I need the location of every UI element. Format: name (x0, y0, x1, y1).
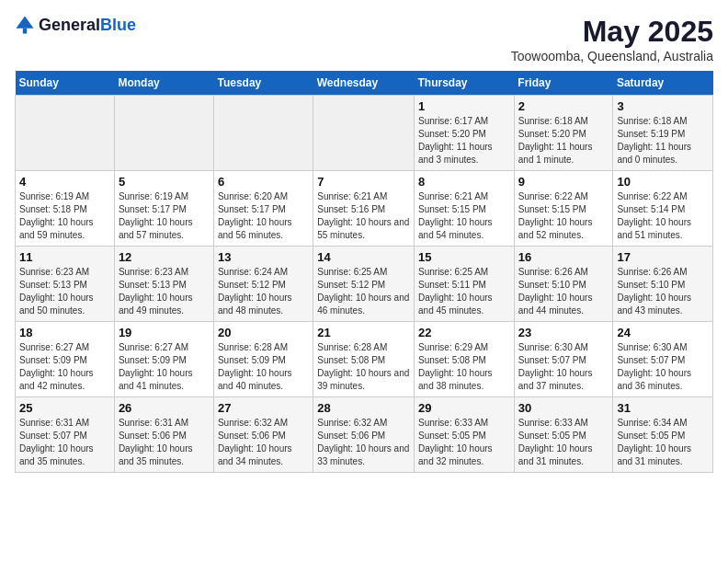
day-number: 4 (19, 175, 110, 189)
main-title: May 2025 (511, 15, 713, 49)
calendar-cell-4-3: 20Sunrise: 6:28 AM Sunset: 5:09 PM Dayli… (213, 322, 313, 397)
calendar-cell-5-3: 27Sunrise: 6:32 AM Sunset: 5:06 PM Dayli… (213, 397, 313, 473)
logo-blue: Blue (100, 16, 136, 34)
week-row-3: 11Sunrise: 6:23 AM Sunset: 5:13 PM Dayli… (16, 247, 713, 322)
calendar-cell-2-6: 9Sunrise: 6:22 AM Sunset: 5:15 PM Daylig… (514, 171, 613, 247)
calendar-body: 1Sunrise: 6:17 AM Sunset: 5:20 PM Daylig… (16, 96, 713, 473)
day-number: 21 (317, 326, 410, 339)
day-info: Sunrise: 6:20 AM Sunset: 5:17 PM Dayligh… (218, 190, 309, 242)
calendar-cell-2-5: 8Sunrise: 6:21 AM Sunset: 5:15 PM Daylig… (415, 171, 515, 247)
day-number: 1 (418, 99, 510, 113)
calendar-cell-5-4: 28Sunrise: 6:32 AM Sunset: 5:06 PM Dayli… (313, 397, 415, 473)
day-info: Sunrise: 6:28 AM Sunset: 5:09 PM Dayligh… (218, 341, 309, 393)
calendar-cell-3-7: 17Sunrise: 6:26 AM Sunset: 5:10 PM Dayli… (613, 247, 713, 322)
day-number: 28 (317, 401, 410, 415)
day-info: Sunrise: 6:33 AM Sunset: 5:05 PM Dayligh… (418, 417, 510, 468)
day-number: 2 (518, 99, 609, 113)
svg-marker-0 (16, 16, 33, 28)
day-info: Sunrise: 6:26 AM Sunset: 5:10 PM Dayligh… (518, 266, 609, 317)
calendar-cell-2-3: 6Sunrise: 6:20 AM Sunset: 5:17 PM Daylig… (213, 171, 313, 247)
header: GeneralBlue May 2025 Toowoomba, Queensla… (15, 15, 713, 63)
day-info: Sunrise: 6:18 AM Sunset: 5:20 PM Dayligh… (518, 115, 609, 167)
day-number: 7 (317, 175, 410, 189)
svg-rect-1 (23, 29, 27, 34)
day-info: Sunrise: 6:30 AM Sunset: 5:07 PM Dayligh… (617, 341, 709, 393)
day-info: Sunrise: 6:25 AM Sunset: 5:11 PM Dayligh… (418, 266, 510, 317)
calendar-cell-3-1: 11Sunrise: 6:23 AM Sunset: 5:13 PM Dayli… (16, 247, 115, 322)
calendar-cell-4-2: 19Sunrise: 6:27 AM Sunset: 5:09 PM Dayli… (114, 322, 213, 397)
day-number: 23 (518, 326, 609, 339)
calendar-cell-1-7: 3Sunrise: 6:18 AM Sunset: 5:19 PM Daylig… (613, 96, 713, 171)
day-info: Sunrise: 6:22 AM Sunset: 5:14 PM Dayligh… (617, 190, 709, 242)
day-info: Sunrise: 6:17 AM Sunset: 5:20 PM Dayligh… (418, 115, 510, 167)
week-row-1: 1Sunrise: 6:17 AM Sunset: 5:20 PM Daylig… (16, 96, 713, 171)
title-area: May 2025 Toowoomba, Queensland, Australi… (511, 15, 713, 63)
day-number: 26 (119, 401, 210, 415)
calendar-cell-3-2: 12Sunrise: 6:23 AM Sunset: 5:13 PM Dayli… (114, 247, 213, 322)
calendar-cell-3-5: 15Sunrise: 6:25 AM Sunset: 5:11 PM Dayli… (415, 247, 515, 322)
day-number: 10 (617, 175, 709, 189)
calendar-cell-4-5: 22Sunrise: 6:29 AM Sunset: 5:08 PM Dayli… (415, 322, 515, 397)
day-number: 27 (218, 401, 309, 415)
col-header-monday: Monday (114, 71, 213, 96)
calendar-cell-1-2 (114, 96, 213, 171)
day-info: Sunrise: 6:32 AM Sunset: 5:06 PM Dayligh… (317, 417, 410, 468)
day-number: 16 (518, 250, 609, 264)
day-number: 29 (418, 401, 510, 415)
col-header-sunday: Sunday (16, 71, 115, 96)
day-info: Sunrise: 6:24 AM Sunset: 5:12 PM Dayligh… (218, 266, 309, 317)
day-number: 18 (19, 326, 110, 339)
day-number: 30 (518, 401, 609, 415)
day-info: Sunrise: 6:34 AM Sunset: 5:05 PM Dayligh… (617, 417, 709, 468)
calendar-cell-1-4 (313, 96, 415, 171)
calendar-cell-4-6: 23Sunrise: 6:30 AM Sunset: 5:07 PM Dayli… (514, 322, 613, 397)
day-info: Sunrise: 6:30 AM Sunset: 5:07 PM Dayligh… (518, 341, 609, 393)
calendar-cell-1-3 (213, 96, 313, 171)
day-info: Sunrise: 6:21 AM Sunset: 5:15 PM Dayligh… (418, 190, 510, 242)
day-number: 20 (218, 326, 309, 339)
day-number: 22 (418, 326, 510, 339)
day-number: 14 (317, 250, 410, 264)
calendar-cell-5-6: 30Sunrise: 6:33 AM Sunset: 5:05 PM Dayli… (514, 397, 613, 473)
calendar-cell-5-1: 25Sunrise: 6:31 AM Sunset: 5:07 PM Dayli… (16, 397, 115, 473)
day-info: Sunrise: 6:28 AM Sunset: 5:08 PM Dayligh… (317, 341, 410, 393)
day-number: 6 (218, 175, 309, 189)
day-info: Sunrise: 6:32 AM Sunset: 5:06 PM Dayligh… (218, 417, 309, 468)
day-number: 17 (617, 250, 709, 264)
calendar-cell-4-4: 21Sunrise: 6:28 AM Sunset: 5:08 PM Dayli… (313, 322, 415, 397)
calendar-cell-2-4: 7Sunrise: 6:21 AM Sunset: 5:16 PM Daylig… (313, 171, 415, 247)
calendar-cell-3-6: 16Sunrise: 6:26 AM Sunset: 5:10 PM Dayli… (514, 247, 613, 322)
calendar-cell-3-4: 14Sunrise: 6:25 AM Sunset: 5:12 PM Dayli… (313, 247, 415, 322)
day-info: Sunrise: 6:22 AM Sunset: 5:15 PM Dayligh… (518, 190, 609, 242)
day-number: 31 (617, 401, 709, 415)
week-row-5: 25Sunrise: 6:31 AM Sunset: 5:07 PM Dayli… (16, 397, 713, 473)
day-number: 3 (617, 99, 709, 113)
day-info: Sunrise: 6:19 AM Sunset: 5:18 PM Dayligh… (19, 190, 110, 242)
week-row-2: 4Sunrise: 6:19 AM Sunset: 5:18 PM Daylig… (16, 171, 713, 247)
calendar-table: SundayMondayTuesdayWednesdayThursdayFrid… (15, 71, 713, 473)
calendar-cell-5-7: 31Sunrise: 6:34 AM Sunset: 5:05 PM Dayli… (613, 397, 713, 473)
calendar-cell-1-1 (16, 96, 115, 171)
col-header-friday: Friday (514, 71, 613, 96)
logo-text: GeneralBlue (39, 16, 136, 35)
day-number: 25 (19, 401, 110, 415)
day-info: Sunrise: 6:23 AM Sunset: 5:13 PM Dayligh… (19, 266, 110, 317)
calendar-cell-4-7: 24Sunrise: 6:30 AM Sunset: 5:07 PM Dayli… (613, 322, 713, 397)
calendar-cell-2-7: 10Sunrise: 6:22 AM Sunset: 5:14 PM Dayli… (613, 171, 713, 247)
day-info: Sunrise: 6:27 AM Sunset: 5:09 PM Dayligh… (119, 341, 210, 393)
day-number: 8 (418, 175, 510, 189)
day-number: 13 (218, 250, 309, 264)
calendar-cell-2-2: 5Sunrise: 6:19 AM Sunset: 5:17 PM Daylig… (114, 171, 213, 247)
day-number: 11 (19, 250, 110, 264)
day-info: Sunrise: 6:33 AM Sunset: 5:05 PM Dayligh… (518, 417, 609, 468)
day-number: 19 (119, 326, 210, 339)
calendar-cell-3-3: 13Sunrise: 6:24 AM Sunset: 5:12 PM Dayli… (213, 247, 313, 322)
day-info: Sunrise: 6:31 AM Sunset: 5:06 PM Dayligh… (119, 417, 210, 468)
column-headers: SundayMondayTuesdayWednesdayThursdayFrid… (16, 71, 713, 96)
day-info: Sunrise: 6:31 AM Sunset: 5:07 PM Dayligh… (19, 417, 110, 468)
day-number: 9 (518, 175, 609, 189)
calendar-cell-4-1: 18Sunrise: 6:27 AM Sunset: 5:09 PM Dayli… (16, 322, 115, 397)
day-number: 15 (418, 250, 510, 264)
day-info: Sunrise: 6:19 AM Sunset: 5:17 PM Dayligh… (119, 190, 210, 242)
calendar-cell-1-6: 2Sunrise: 6:18 AM Sunset: 5:20 PM Daylig… (514, 96, 613, 171)
